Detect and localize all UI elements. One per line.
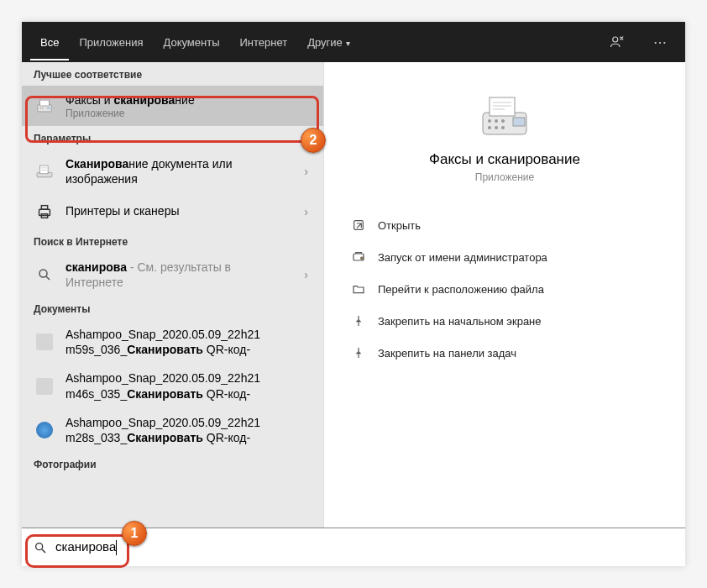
svg-rect-14 <box>490 97 515 116</box>
fax-large-icon <box>478 92 532 139</box>
results-panel: Лучшее соответствие Факсы и сканирование… <box>22 62 324 566</box>
action-pin-start[interactable]: Закрепить на начальном экране <box>348 306 662 336</box>
more-icon[interactable]: ⋯ <box>643 34 677 50</box>
preview-title: Факсы и сканирование <box>429 151 580 168</box>
result-doc-2[interactable]: Ashampoo_Snap_2020.05.09_22h21m28s_033_С… <box>22 408 323 452</box>
result-subtitle: Приложение <box>65 108 312 119</box>
action-label: Запуск от имени администратора <box>378 251 547 264</box>
action-label: Открыть <box>378 219 421 232</box>
chevron-right-icon: › <box>301 268 312 281</box>
result-title: сканирова - См. результаты в Интернете <box>65 260 291 290</box>
result-title: Ashampoo_Snap_2020.05.09_22h21m46s_035_С… <box>65 370 312 401</box>
action-label: Закрепить на начальном экране <box>378 315 542 328</box>
annotation-badge-2: 2 <box>301 128 326 153</box>
action-label: Закрепить на панели задач <box>378 347 516 360</box>
result-doc-1[interactable]: Ashampoo_Snap_2020.05.09_22h21m46s_035_С… <box>22 364 323 407</box>
annotation-badge-1: 1 <box>122 521 147 546</box>
result-printers-scanners[interactable]: Принтеры и сканеры › <box>22 194 323 229</box>
section-documents: Документы <box>22 297 323 320</box>
svg-point-11 <box>39 270 47 277</box>
action-pin-taskbar[interactable]: Закрепить на панели задач <box>348 338 662 368</box>
search-input[interactable]: сканирова <box>55 539 117 555</box>
svg-rect-2 <box>40 100 50 106</box>
svg-rect-15 <box>513 118 525 126</box>
svg-rect-8 <box>39 209 50 215</box>
result-scan-doc[interactable]: Сканирование документа или изображения › <box>22 150 323 193</box>
result-title: Факсы и сканирование <box>65 92 312 108</box>
folder-icon <box>351 281 366 297</box>
pin-taskbar-icon <box>351 345 366 360</box>
action-open[interactable]: Открыть <box>348 210 662 240</box>
svg-point-5 <box>42 108 43 108</box>
file-icon <box>34 331 55 353</box>
action-label: Перейти к расположению файла <box>378 283 544 296</box>
tab-more[interactable]: Другие▾ <box>297 24 360 60</box>
result-title: Ashampoo_Snap_2020.05.09_22h21m28s_033_С… <box>65 415 312 445</box>
svg-rect-7 <box>40 166 49 175</box>
search-window: Все Приложения Документы Интернет Другие… <box>22 22 685 566</box>
tab-internet[interactable]: Интернет <box>229 24 297 60</box>
file-icon <box>34 419 55 441</box>
svg-point-19 <box>495 126 498 129</box>
svg-point-16 <box>488 119 491 123</box>
result-fax-scan[interactable]: Факсы и сканирование Приложение <box>22 86 323 126</box>
printer-icon <box>34 201 55 223</box>
chevron-down-icon: ▾ <box>346 39 350 48</box>
tab-all[interactable]: Все <box>30 24 69 60</box>
result-web-search[interactable]: сканирова - См. результаты в Интернете › <box>22 253 323 297</box>
tab-apps[interactable]: Приложения <box>69 24 153 60</box>
svg-line-12 <box>46 276 50 280</box>
tab-documents[interactable]: Документы <box>153 24 229 60</box>
shield-icon <box>351 249 366 265</box>
search-icon <box>34 264 55 286</box>
svg-rect-3 <box>47 107 50 109</box>
svg-point-25 <box>36 543 43 549</box>
result-title: Принтеры и сканеры <box>65 203 291 218</box>
open-icon <box>351 218 366 233</box>
result-title: Ashampoo_Snap_2020.05.09_22h21m59s_036_С… <box>65 327 312 357</box>
pin-icon <box>351 313 366 328</box>
svg-point-0 <box>613 37 618 42</box>
preview-panel: Факсы и сканирование Приложение Открыть … <box>324 62 685 566</box>
svg-point-21 <box>501 126 505 129</box>
fax-icon <box>34 95 55 117</box>
scanner-icon <box>34 160 55 182</box>
svg-line-26 <box>42 549 45 553</box>
action-open-location[interactable]: Перейти к расположению файла <box>348 274 662 304</box>
section-best-match: Лучшее соответствие <box>22 62 323 86</box>
feedback-icon[interactable] <box>610 34 643 50</box>
result-doc-0[interactable]: Ashampoo_Snap_2020.05.09_22h21m59s_036_С… <box>22 320 323 364</box>
section-photos: Фотографии <box>22 452 323 475</box>
preview-subtitle: Приложение <box>475 171 534 183</box>
svg-point-24 <box>361 257 364 260</box>
svg-point-18 <box>488 126 491 129</box>
top-tab-bar: Все Приложения Документы Интернет Другие… <box>22 22 685 62</box>
section-web: Поиск в Интернете <box>22 229 323 253</box>
svg-point-17 <box>495 119 498 123</box>
svg-rect-9 <box>41 205 47 209</box>
chevron-right-icon: › <box>301 165 312 178</box>
section-settings: Параметры <box>22 126 323 150</box>
search-icon <box>34 541 47 554</box>
result-title: Сканирование документа или изображения <box>65 156 291 186</box>
preview-actions: Открыть Запуск от имени администратора П… <box>324 203 685 375</box>
file-icon <box>34 375 55 397</box>
action-run-admin[interactable]: Запуск от имени администратора <box>348 242 662 272</box>
chevron-right-icon: › <box>301 205 312 218</box>
svg-point-20 <box>501 119 505 123</box>
svg-point-4 <box>40 108 41 108</box>
